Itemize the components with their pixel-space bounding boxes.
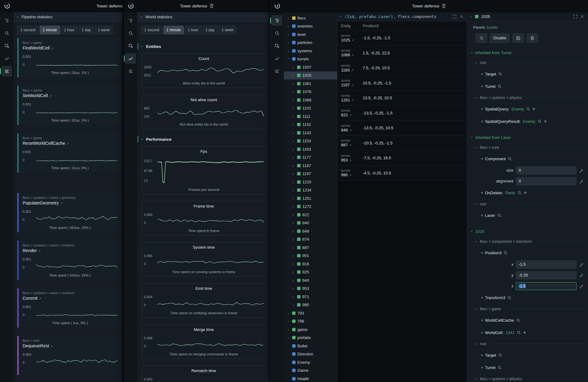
pipeline-panel-header[interactable]: › Pipeline statistics — [14, 12, 123, 22]
edit-icon[interactable] — [579, 262, 583, 267]
entity-link[interactable]: turrets 990↗ — [337, 169, 360, 177]
expand-icon[interactable] — [573, 14, 577, 19]
inspector-group-header[interactable]: › flecs > systems > physics — [471, 92, 584, 103]
expand-chevron-icon[interactable]: › — [288, 40, 290, 45]
search-icon[interactable] — [538, 119, 542, 123]
expand-chevron-icon[interactable]: › — [292, 171, 295, 176]
tree-item[interactable]: › 1187 — [284, 161, 337, 170]
tree-item[interactable]: › 1251 — [284, 194, 337, 203]
tree-item[interactable]: › game — [284, 325, 337, 334]
tree-item[interactable]: › 1177 — [284, 153, 337, 162]
inspector-group-header[interactable]: › flecs > game — [471, 304, 584, 314]
tree-item[interactable]: › 849 — [284, 227, 337, 235]
time-range-button[interactable]: 1 minute — [40, 26, 60, 34]
sidebar-inspect-button[interactable] — [125, 41, 136, 51]
expand-chevron-icon[interactable]: › — [292, 180, 295, 184]
tree-item[interactable]: › 1102 — [284, 104, 337, 113]
inspector-group-header[interactable]: › root — [471, 339, 584, 349]
tree-item[interactable]: › 874 — [284, 235, 337, 244]
tree-item[interactable]: › level — [284, 30, 337, 39]
expand-chevron-icon[interactable]: › — [292, 122, 295, 127]
tree-item[interactable]: › 1089 — [284, 96, 337, 104]
system-name-link[interactable]: PopulateGeometry↗ — [23, 200, 117, 205]
expand-chevron-icon[interactable]: › — [288, 24, 290, 28]
sidebar-tree-button[interactable] — [125, 15, 136, 26]
tree-item[interactable]: › 798 — [284, 317, 337, 326]
expand-chevron-icon[interactable]: › — [292, 98, 295, 102]
edit-icon[interactable] — [579, 273, 583, 277]
tree-item[interactable]: › turrets — [284, 55, 337, 63]
search-icon[interactable] — [498, 72, 502, 76]
time-range-button[interactable]: 1 day — [79, 26, 94, 34]
parent-link[interactable]: turrets — [487, 25, 498, 30]
inspector-group-header[interactable]: › flecs > systems > physics — [471, 374, 584, 382]
close-icon[interactable] — [460, 15, 464, 19]
system-name-link[interactable]: SetWorldCell↗ — [23, 93, 117, 98]
time-range-button[interactable]: 1 second — [17, 26, 39, 34]
expand-chevron-icon[interactable]: › — [292, 278, 295, 283]
tree-item[interactable]: › Direction — [284, 350, 337, 358]
time-range-button[interactable]: 1 hour — [185, 26, 201, 34]
expand-chevron-icon[interactable]: › — [292, 188, 295, 192]
tree-item[interactable]: › 1272 — [284, 203, 337, 211]
tree-toggle-button[interactable] — [476, 33, 487, 43]
time-range-button[interactable]: 1 day — [202, 26, 218, 34]
tree-item[interactable]: › Game — [284, 367, 337, 375]
sidebar-search-button[interactable] — [125, 28, 136, 38]
inspector-group-header[interactable]: › root — [471, 199, 584, 209]
tree-item[interactable]: › 971 — [284, 293, 337, 301]
expand-chevron-icon[interactable]: › — [292, 286, 295, 291]
expand-chevron-icon[interactable]: › — [292, 245, 295, 250]
entity-link[interactable]: turrets 1251↗ — [337, 94, 360, 102]
expand-chevron-icon[interactable]: › — [286, 58, 291, 61]
tree-item[interactable]: › particles — [284, 39, 337, 47]
tree-item[interactable]: › 1143 — [284, 129, 337, 137]
expand-chevron-icon[interactable]: › — [292, 237, 295, 242]
search-icon[interactable] — [516, 318, 520, 322]
sidebar-search-button[interactable] — [2, 28, 12, 38]
tree-item[interactable]: › 1153 — [284, 137, 337, 145]
entity-link[interactable]: turrets 1163↗ — [337, 64, 360, 72]
search-icon[interactable] — [517, 331, 521, 335]
expand-chevron-icon[interactable]: › — [292, 196, 295, 201]
tree-item[interactable]: › 1220 — [284, 178, 337, 186]
tree-item[interactable]: › 916 — [284, 260, 337, 268]
expand-chevron-icon[interactable]: › — [292, 221, 295, 225]
expand-chevron-icon[interactable]: › — [292, 212, 295, 217]
expand-icon[interactable] — [452, 14, 457, 19]
expand-chevron-icon[interactable]: › — [292, 253, 295, 258]
inspector-group-header[interactable]: › flecs > components > transform — [471, 236, 584, 247]
tree-item[interactable]: › 990 — [284, 301, 337, 309]
edit-icon[interactable] — [579, 179, 583, 183]
entity-link[interactable]: turrets 822↗ — [337, 109, 360, 117]
inspector-section-header[interactable]: › 1025 — [471, 226, 584, 236]
field-input[interactable]: 0 — [516, 177, 577, 185]
time-range-button[interactable]: 1 hour — [61, 26, 78, 34]
expand-chevron-icon[interactable]: › — [292, 147, 295, 152]
entity-link[interactable]: turrets 849↗ — [337, 124, 360, 132]
tree-item[interactable]: › 793 — [284, 309, 337, 317]
expand-chevron-icon[interactable]: › — [292, 163, 295, 168]
sidebar-search-button[interactable] — [272, 28, 282, 38]
close-icon[interactable] — [580, 15, 584, 19]
sidebar-inspect-button[interactable] — [2, 41, 12, 51]
search-icon[interactable] — [497, 213, 501, 217]
expand-chevron-icon[interactable]: › — [292, 81, 295, 86]
search-icon[interactable] — [498, 84, 502, 88]
sidebar-inspect-button[interactable] — [272, 41, 282, 51]
edit-icon[interactable] — [579, 168, 583, 173]
tree-item[interactable]: › 887 — [284, 243, 337, 252]
tree-item[interactable]: › 1061 — [284, 79, 337, 88]
expand-chevron-icon[interactable]: › — [292, 229, 295, 234]
system-name-link[interactable]: DequeueRest↗ — [23, 343, 117, 348]
expand-chevron-icon[interactable]: › — [288, 49, 290, 53]
search-icon[interactable] — [498, 353, 502, 357]
inspector-group-header[interactable]: › root — [471, 58, 584, 68]
expand-chevron-icon[interactable]: › — [292, 89, 295, 94]
disable-button[interactable]: Disable — [490, 33, 510, 43]
tree-item[interactable]: › 953 — [284, 285, 337, 293]
search-icon[interactable] — [508, 296, 512, 300]
expand-chevron-icon[interactable]: › — [292, 155, 295, 160]
search-icon[interactable] — [504, 251, 508, 255]
tree-item[interactable]: › enemies — [284, 22, 337, 31]
